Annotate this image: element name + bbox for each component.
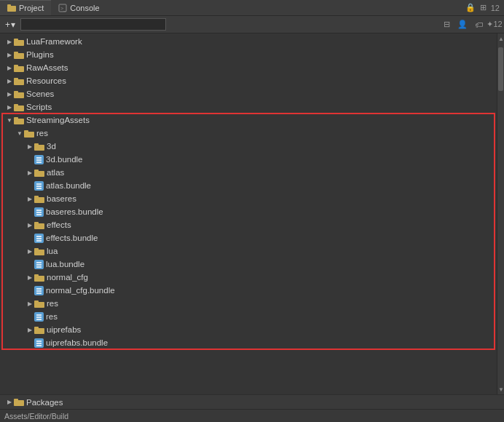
- bundle-icon-effects-bundle: [34, 233, 46, 243]
- svg-rect-56: [34, 302, 44, 308]
- packages-arrow: [6, 399, 13, 406]
- filter-button[interactable]: 👤: [456, 18, 469, 31]
- tree-arrow-effects-bundle: [26, 234, 34, 242]
- search-input[interactable]: [24, 20, 162, 29]
- folder-icon-uiprefabs: [34, 325, 47, 335]
- tree-arrow-scripts: [6, 103, 13, 111]
- tree-item-res-bundle[interactable]: res: [0, 310, 497, 323]
- layers-icon[interactable]: ⊞: [480, 3, 487, 12]
- tree-arrow-normal-cfg-bundle: [26, 287, 34, 294]
- tree-arrow-scenes: [6, 90, 13, 97]
- status-bar: Assets/Editor/Build: [0, 409, 504, 422]
- tree-arrow-res-bundle: [26, 313, 34, 320]
- layers-button[interactable]: ✦12: [488, 18, 501, 31]
- tree-arrow-atlas: [26, 169, 34, 176]
- svg-rect-5: [14, 39, 18, 41]
- tree-item-streamingassets[interactable]: StreamingAssets: [0, 114, 497, 127]
- view-toggle-button[interactable]: ⊟: [440, 18, 453, 31]
- packages-item[interactable]: Packages: [0, 396, 63, 409]
- item-label-uiprefabs: uiprefabs: [47, 325, 81, 334]
- scroll-thumb[interactable]: [498, 47, 503, 91]
- folder-tab-icon: [7, 4, 16, 12]
- tree-item-normal-cfg-bundle[interactable]: normal_cfg.bundle: [0, 284, 497, 297]
- folder-icon-streamingassets: [14, 115, 26, 125]
- item-label-atlas: atlas: [47, 168, 64, 177]
- tree-item-effects[interactable]: effects: [0, 218, 497, 231]
- folder-icon-baseres: [34, 194, 47, 204]
- svg-rect-26: [34, 171, 44, 177]
- svg-rect-63: [34, 327, 39, 329]
- packages-row[interactable]: Packages: [0, 394, 504, 409]
- tree-item-baseres-bundle[interactable]: baseres.bundle: [0, 205, 497, 218]
- tree-item-lua-folder[interactable]: lua: [0, 244, 497, 258]
- tree-arrow-3d: [26, 143, 34, 150]
- item-label-uiprefabs-bundle: uiprefabs.bundle: [46, 338, 108, 347]
- bundle-icon-res-bundle: [34, 311, 46, 322]
- folder-icon-res-parent: [24, 128, 36, 138]
- scrollbar[interactable]: ▲ ▼: [497, 33, 504, 394]
- scroll-track[interactable]: [497, 44, 504, 384]
- svg-rect-17: [14, 117, 18, 119]
- tree-arrow-lua-folder: [26, 247, 34, 255]
- toolbar-right: ⊟ 👤 🏷 ✦12: [440, 18, 501, 31]
- item-label-scripts: Scripts: [26, 103, 52, 111]
- tree-item-lua-bundle[interactable]: lua.bundle: [0, 258, 497, 271]
- tab-project[interactable]: Project: [0, 0, 51, 15]
- scroll-down-arrow[interactable]: ▼: [497, 384, 504, 394]
- tree-item-rawassets[interactable]: RawAssets: [0, 61, 497, 74]
- tree-arrow-baseres: [26, 195, 34, 202]
- svg-rect-11: [14, 78, 18, 80]
- item-label-effects: effects: [47, 220, 71, 229]
- scroll-up-arrow[interactable]: ▲: [497, 33, 504, 44]
- tree-item-plugins[interactable]: Plugins: [0, 48, 497, 61]
- bundle-icon-uiprefabs-bundle: [34, 338, 46, 348]
- title-bar-actions: 🔒 ⊞ 12: [465, 3, 504, 12]
- folder-icon-atlas: [34, 167, 47, 178]
- tree-item-lua[interactable]: LuaFramework: [0, 35, 497, 48]
- tree-item-uiprefabs[interactable]: uiprefabs: [0, 323, 497, 336]
- tree-arrow-normal-cfg: [26, 274, 34, 281]
- folder-icon-scripts: [14, 102, 26, 112]
- bundle-icon-lua-bundle: [34, 259, 46, 269]
- item-label-plugins: Plugins: [26, 50, 54, 59]
- status-text: Assets/Editor/Build: [4, 412, 68, 421]
- svg-rect-33: [34, 196, 39, 198]
- tree-item-3d[interactable]: 3d: [0, 140, 497, 153]
- tree-item-resources[interactable]: Resources: [0, 74, 497, 87]
- folder-icon-res-folder: [34, 298, 47, 308]
- tree-item-scenes[interactable]: Scenes: [0, 87, 497, 100]
- tree-item-effects-bundle[interactable]: effects.bundle: [0, 231, 497, 244]
- tree-arrow-effects: [26, 221, 34, 228]
- svg-rect-10: [14, 79, 24, 85]
- tab-console[interactable]: >_ Console: [51, 0, 106, 15]
- packages-folder-icon: [14, 398, 24, 406]
- svg-rect-12: [14, 92, 24, 98]
- add-button[interactable]: + ▾: [3, 18, 17, 31]
- tag-button[interactable]: 🏷: [472, 18, 485, 31]
- file-tree[interactable]: LuaFrameworkPluginsRawAssetsResourcesSce…: [0, 33, 497, 394]
- svg-rect-69: [14, 399, 18, 401]
- console-tab-icon: >_: [58, 4, 67, 12]
- tree-item-res-parent[interactable]: res: [0, 127, 497, 140]
- tree-item-normal-cfg[interactable]: normal_cfg: [0, 271, 497, 284]
- svg-rect-21: [34, 143, 39, 146]
- tree-item-atlas-bundle[interactable]: atlas.bundle: [0, 179, 497, 192]
- tree-item-scripts[interactable]: Scripts: [0, 100, 497, 114]
- item-label-scenes: Scenes: [26, 89, 54, 98]
- svg-rect-0: [7, 6, 16, 12]
- svg-rect-18: [24, 132, 34, 138]
- tree-item-3d-bundle[interactable]: 3d.bundle: [0, 153, 497, 166]
- tree-item-uiprefabs-bundle[interactable]: uiprefabs.bundle: [0, 336, 497, 349]
- tree-item-baseres[interactable]: baseres: [0, 192, 497, 205]
- toolbar: + ▾ ⊟ 👤 🏷 ✦12: [0, 16, 504, 33]
- item-label-normal-cfg-bundle: normal_cfg.bundle: [46, 286, 115, 295]
- item-label-res-folder: res: [47, 299, 58, 308]
- svg-rect-6: [14, 53, 24, 59]
- item-label-resources: Resources: [26, 76, 66, 85]
- search-box[interactable]: [20, 18, 166, 31]
- tree-item-atlas[interactable]: atlas: [0, 166, 497, 179]
- tree-arrow-res-parent: [16, 130, 23, 137]
- lock-icon[interactable]: 🔒: [465, 3, 476, 12]
- tree-item-res-folder[interactable]: res: [0, 297, 497, 310]
- folder-icon-lua-folder: [34, 246, 47, 256]
